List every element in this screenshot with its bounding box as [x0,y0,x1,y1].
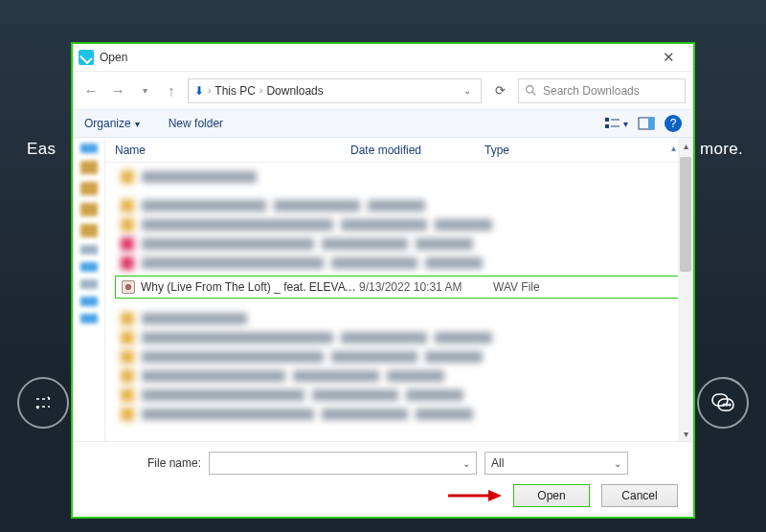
table-row[interactable] [121,255,684,272]
tree-item[interactable] [80,245,98,255]
search-icon [525,84,537,97]
bg-text-right: more. [700,140,743,159]
bg-chat-icon[interactable] [697,377,749,429]
chevron-down-icon: ▾ [135,119,140,129]
tree-item[interactable] [80,279,98,289]
scroll-track[interactable] [678,153,693,426]
vertical-scrollbar[interactable]: ▴ ▾ [678,138,693,441]
tree-item[interactable] [80,297,98,306]
col-type[interactable]: Type ▴ [475,144,693,157]
file-type: WAV File [493,280,540,294]
tree-item[interactable] [80,314,98,323]
file-rows: Why (Live From The Loft) _ feat. ELEVATI… [105,163,693,441]
file-type-filter[interactable]: All ⌄ [484,452,628,475]
downloads-icon: ⬇ [194,84,204,98]
svg-point-3 [726,404,728,406]
tree-item[interactable] [80,203,98,216]
tree-item[interactable] [80,224,98,237]
chevron-down-icon[interactable]: ⌄ [614,458,621,469]
col-date[interactable]: Date modified [341,144,475,157]
svg-rect-12 [648,118,654,129]
search-placeholder: Search Downloads [543,84,640,98]
table-row[interactable] [121,406,684,423]
nav-forward-icon[interactable]: → [107,80,128,101]
bg-swap-icon[interactable] [17,377,69,429]
view-icon [604,117,621,130]
annotation-arrow-icon [444,488,502,503]
chevron-down-icon[interactable]: ⌄ [462,458,470,469]
toolbar: Organize ▾ New folder ▾ ? [73,109,693,138]
search-input[interactable]: Search Downloads [518,78,686,103]
svg-point-4 [729,404,731,406]
filename-input[interactable]: ⌄ [209,452,477,475]
svg-point-2 [723,404,725,406]
nav-back-icon[interactable]: ← [80,80,101,101]
chevron-down-icon: ▾ [623,119,628,129]
cancel-button[interactable]: Cancel [601,484,678,507]
table-row[interactable] [121,197,684,214]
tree-item[interactable] [80,161,98,174]
file-area: Name Date modified Type ▴ Why (Live From… [73,138,693,441]
svg-rect-8 [605,124,609,128]
crumb-root[interactable]: This PC [214,84,256,98]
open-button[interactable]: Open [513,484,590,507]
view-options-button[interactable]: ▾ [604,117,628,130]
svg-point-5 [527,86,533,93]
scroll-down-icon[interactable]: ▾ [678,426,693,441]
breadcrumb[interactable]: ⬇ › This PC › Downloads ⌄ [188,78,482,103]
file-list: Name Date modified Type ▴ Why (Live From… [105,138,693,441]
chevron-right-icon: › [259,85,262,96]
selected-file-row[interactable]: Why (Live From The Loft) _ feat. ELEVATI… [115,276,684,299]
crumb-dropdown-icon[interactable]: ⌄ [460,85,475,96]
crumb-folder[interactable]: Downloads [266,84,323,98]
preview-pane-button[interactable] [638,117,655,130]
tree-item[interactable] [80,182,98,195]
tree-item[interactable] [80,144,98,153]
tree-item[interactable] [80,262,98,272]
close-icon[interactable]: ✕ [649,49,687,66]
title-bar: Open ✕ [73,44,693,71]
dialog-title: Open [100,51,127,64]
table-row[interactable] [121,235,684,253]
scroll-up-icon[interactable]: ▴ [678,138,693,153]
table-row[interactable] [121,216,684,233]
filename-label: File name: [86,456,201,470]
chevron-right-icon: › [208,85,211,96]
nav-up-icon[interactable]: ↑ [161,80,182,101]
table-row[interactable] [121,387,684,404]
file-date: 9/13/2022 10:31 AM [359,280,493,294]
svg-marker-14 [488,490,502,501]
sort-asc-icon: ▴ [671,143,676,153]
table-row[interactable] [121,310,684,327]
pane-icon [638,117,655,130]
table-row[interactable] [121,348,684,366]
filter-value: All [491,456,504,470]
column-headers: Name Date modified Type ▴ [105,138,693,163]
nav-row: ← → ▾ ↑ ⬇ › This PC › Downloads ⌄ ⟳ Sear… [73,71,693,109]
col-type-label: Type [484,144,509,157]
col-name[interactable]: Name [105,144,341,157]
open-file-dialog: Open ✕ ← → ▾ ↑ ⬇ › This PC › Downloads ⌄… [73,44,693,517]
bg-text-left: Eas [27,140,56,159]
folder-tree[interactable] [73,138,105,441]
help-icon[interactable]: ? [665,115,682,132]
refresh-icon[interactable]: ⟳ [487,78,512,103]
organize-label: Organize [84,117,131,130]
table-row[interactable] [121,329,684,346]
dialog-footer: File name: ⌄ All ⌄ Open Cancel [73,441,693,517]
organize-menu[interactable]: Organize ▾ [84,117,140,130]
svg-line-6 [532,92,535,95]
table-row[interactable] [121,168,684,186]
table-row[interactable] [121,367,684,385]
new-folder-button[interactable]: New folder [169,117,223,130]
chevron-down-icon[interactable]: ▾ [134,80,155,101]
app-icon [79,50,94,65]
scroll-thumb[interactable] [680,157,691,272]
wav-file-icon [122,280,135,294]
svg-rect-7 [605,118,609,122]
file-name: Why (Live From The Loft) _ feat. ELEVATI… [141,280,359,294]
